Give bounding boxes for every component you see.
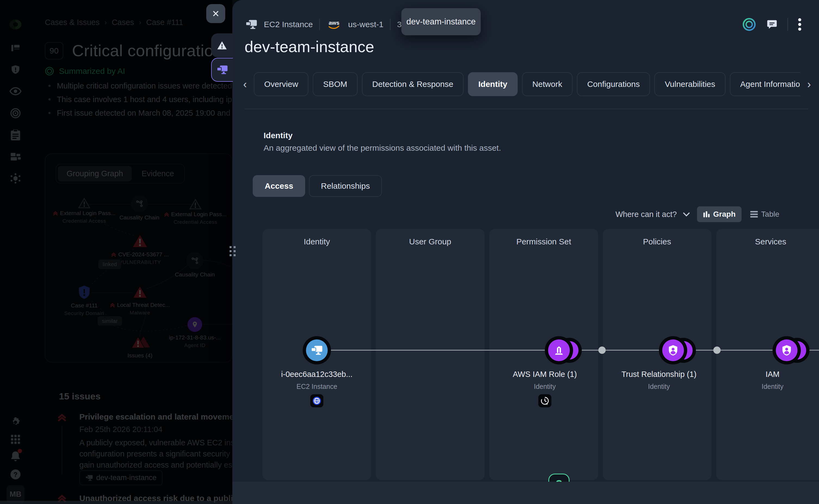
identity-shield-icon	[782, 345, 792, 356]
table-list-icon	[750, 211, 758, 218]
relationships-button[interactable]: Relationships	[309, 175, 382, 197]
drawer-header-actions	[742, 16, 802, 33]
tab-agent-information[interactable]: Agent Information	[730, 72, 800, 96]
identity-shield-icon	[668, 345, 678, 356]
clock-history-icon: z	[540, 396, 550, 405]
asset-type-label: EC2 Instance	[264, 20, 313, 29]
where-can-it-act-dropdown[interactable]: Where can it act?	[616, 210, 690, 219]
node-label: Trust Relationship (1) Identity	[597, 370, 721, 390]
bar-chart-icon	[703, 211, 710, 218]
divider	[787, 18, 788, 31]
node-ec2-instance[interactable]	[303, 336, 331, 364]
tab-vulnerabilities[interactable]: Vulnerabilities	[654, 72, 726, 96]
kebab-menu-icon[interactable]	[798, 17, 802, 31]
public-exposure-badge[interactable]	[310, 394, 323, 407]
path-junction-dot	[713, 347, 721, 354]
monitor-icon	[311, 345, 323, 355]
asset-name-tooltip: dev-team-instance	[401, 8, 481, 35]
globe-icon	[312, 396, 322, 406]
bottom-edge-strip	[0, 501, 232, 504]
tabs-scroll-right-icon[interactable]: ›	[807, 78, 811, 90]
tab-overview[interactable]: Overview	[254, 72, 308, 96]
tab-configurations[interactable]: Configurations	[577, 72, 650, 96]
monitor-icon	[245, 19, 257, 30]
monitor-icon	[216, 65, 228, 75]
node-label: i-0eec6aa12c33eb... EC2 Instance	[254, 370, 379, 390]
access-toggle: Access Relationships	[253, 175, 382, 197]
section-description: An aggregated view of the permissions as…	[263, 143, 501, 153]
tabs-scroll-left-icon[interactable]: ‹	[243, 78, 247, 90]
divider	[244, 109, 808, 109]
svg-text:z: z	[547, 402, 548, 405]
close-button[interactable]	[206, 4, 225, 23]
tab-network[interactable]: Network	[522, 72, 573, 96]
divider	[390, 19, 390, 30]
aws-logo-icon: aws	[326, 19, 341, 30]
side-tab-detections[interactable]	[211, 33, 233, 57]
path-junction-dot	[598, 347, 606, 354]
access-button[interactable]: Access	[253, 175, 305, 197]
table-view-button[interactable]: Table	[744, 206, 785, 222]
asset-drawer: EC2 Instance aws us-west-1 343059098 dev…	[232, 0, 819, 504]
column-permission-set: Permission Set	[490, 229, 598, 480]
column-user-group: User Group	[376, 229, 485, 480]
section-heading: Identity	[263, 131, 293, 140]
tab-identity[interactable]: Identity	[468, 72, 518, 96]
dim-overlay	[0, 0, 232, 504]
temporary-credentials-badge[interactable]: z	[538, 394, 551, 407]
asset-title: dev-team-instance	[244, 37, 374, 56]
graph-controls: Where can it act? Graph Table	[616, 206, 785, 223]
comments-icon[interactable]	[766, 19, 778, 30]
iam-role-icon	[554, 345, 564, 355]
svg-text:aws: aws	[329, 20, 340, 26]
tab-sbom[interactable]: SBOM	[313, 72, 357, 96]
side-tab-asset-active[interactable]	[211, 58, 233, 82]
chevron-down-icon	[683, 212, 690, 216]
region-label: us-west-1	[348, 20, 383, 29]
tab-detection-response[interactable]: Detection & Response	[362, 72, 464, 96]
graph-view-button[interactable]: Graph	[697, 206, 742, 222]
node-label: IAM Identity	[710, 370, 819, 390]
warning-triangle-icon	[216, 40, 227, 50]
close-icon	[212, 10, 220, 18]
divider	[319, 19, 320, 30]
node-label: AWS IAM Role (1) Identity	[482, 370, 607, 390]
graph-footer-band	[232, 482, 819, 504]
drawer-resize-handle[interactable]	[229, 245, 236, 257]
app-root: ? MB Cases & Issues› Cases› Case #111 90…	[0, 0, 819, 504]
ai-assistant-icon[interactable]	[742, 17, 757, 32]
drawer-tabs: ‹ Overview SBOM Detection & Response Ide…	[243, 72, 811, 97]
